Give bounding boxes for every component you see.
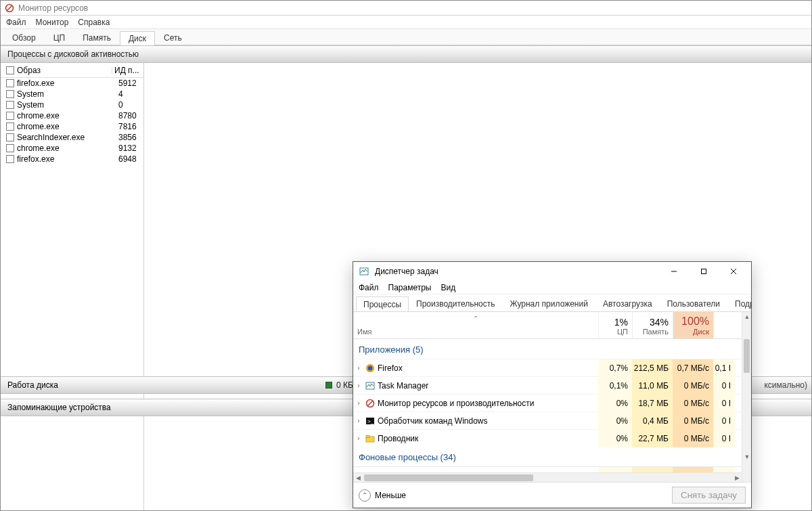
- cell-memory: 18,7 МБ: [632, 395, 673, 412]
- process-pid: 9132: [116, 143, 143, 153]
- process-row[interactable]: chrome.exe9132: [1, 143, 143, 154]
- tm-tab[interactable]: Пользователи: [660, 296, 727, 311]
- tab-cpu[interactable]: ЦП: [45, 30, 74, 45]
- group-background[interactable]: Фоновые процессы (34): [353, 447, 742, 466]
- cell-network: 0 І: [713, 395, 735, 412]
- select-all-checkbox[interactable]: [6, 66, 14, 74]
- col-network[interactable]: [713, 312, 735, 338]
- row-checkbox[interactable]: [6, 133, 14, 141]
- app-icon: >_: [364, 416, 376, 426]
- process-pid: 7816: [116, 122, 143, 131]
- tm-menu-options[interactable]: Параметры: [388, 283, 432, 292]
- rm-titlebar[interactable]: Монитор ресурсов: [1, 1, 811, 16]
- app-row[interactable]: ›Firefox0,7%212,5 МБ0,7 МБ/с0,1 І: [353, 359, 742, 376]
- tm-menu-view[interactable]: Вид: [441, 283, 455, 292]
- disk-activity-title: Работа диска: [7, 380, 58, 390]
- col-memory[interactable]: 34% Память: [632, 312, 673, 338]
- process-row[interactable]: System4: [1, 89, 143, 99]
- process-rows: firefox.exe5912System4System0chrome.exe8…: [1, 78, 143, 510]
- expand-chevron-icon[interactable]: ›: [353, 417, 364, 424]
- row-checkbox[interactable]: [6, 123, 14, 131]
- rm-title: Монитор ресурсов: [18, 3, 88, 13]
- end-task-button[interactable]: Снять задачу: [672, 487, 746, 504]
- tm-column-headers[interactable]: ⌃ Имя 1% ЦП 34% Память 100% Диск: [353, 312, 742, 339]
- row-checkbox[interactable]: [6, 90, 14, 98]
- process-row[interactable]: System0: [1, 99, 143, 110]
- svg-point-8: [368, 365, 372, 370]
- tm-tab[interactable]: Подробности: [727, 296, 751, 311]
- close-button[interactable]: [719, 262, 748, 281]
- tab-disk[interactable]: Диск: [120, 31, 155, 45]
- svg-rect-15: [366, 435, 369, 437]
- row-checkbox[interactable]: [6, 101, 14, 109]
- menu-monitor[interactable]: Монитор: [36, 16, 69, 29]
- col-disk[interactable]: 100% Диск: [673, 312, 713, 338]
- minimize-button[interactable]: [659, 262, 689, 281]
- expand-chevron-icon[interactable]: ›: [353, 399, 364, 407]
- horizontal-scrollbar[interactable]: ◀ ▶: [353, 472, 742, 482]
- task-manager-window[interactable]: Диспетчер задач Файл Параметры Вид Проце…: [353, 261, 752, 508]
- process-columns-header[interactable]: Образ ИД п...: [1, 63, 143, 78]
- storage-title: Запоминающие устройства: [7, 403, 111, 412]
- tm-menu-file[interactable]: Файл: [359, 283, 379, 292]
- col-cpu[interactable]: 1% ЦП: [598, 312, 632, 338]
- col-pid[interactable]: ИД п...: [114, 66, 139, 75]
- scroll-thumb[interactable]: [744, 339, 750, 373]
- cell-cpu: 0,7%: [598, 359, 632, 377]
- cell-disk: 0 МБ/с: [673, 395, 713, 412]
- process-row[interactable]: firefox.exe5912: [1, 78, 143, 89]
- scroll-up-icon[interactable]: ▲: [742, 312, 751, 321]
- process-name: System: [17, 89, 116, 99]
- menu-help[interactable]: Справка: [78, 16, 110, 29]
- tm-tab[interactable]: Процессы: [356, 296, 409, 312]
- scroll-down-icon[interactable]: ▼: [742, 452, 751, 462]
- tab-network[interactable]: Сеть: [155, 30, 191, 45]
- tm-process-grid: ⌃ Имя 1% ЦП 34% Память 100% Диск Приложе…: [353, 312, 751, 482]
- hscroll-left-icon[interactable]: ◀: [353, 473, 363, 483]
- row-checkbox[interactable]: [6, 144, 14, 152]
- expand-chevron-icon[interactable]: ›: [353, 382, 364, 389]
- app-name: Монитор ресурсов и производительности: [376, 399, 598, 408]
- col-image[interactable]: Образ: [17, 66, 41, 75]
- cell-network: 0,1 І: [713, 359, 735, 377]
- hscroll-right-icon[interactable]: ▶: [732, 473, 742, 483]
- group-applications[interactable]: Приложения (5): [353, 339, 742, 359]
- process-row[interactable]: chrome.exe8780: [1, 110, 143, 121]
- cell-network: 0 І: [713, 430, 735, 447]
- maximize-button[interactable]: [689, 262, 719, 281]
- disk-activity-led-icon: [325, 382, 332, 388]
- row-checkbox[interactable]: [6, 79, 14, 87]
- vertical-scrollbar[interactable]: ▲ ▼: [742, 312, 751, 482]
- process-row[interactable]: SearchIndexer.exe3856: [1, 132, 143, 143]
- process-list-panel: Образ ИД п... firefox.exe5912System4Syst…: [1, 63, 144, 510]
- cell-disk: 0 МБ/с: [673, 430, 713, 447]
- cell-memory: 22,7 МБ: [632, 430, 673, 447]
- tab-overview[interactable]: Обзор: [3, 30, 45, 45]
- process-row[interactable]: chrome.exe7816: [1, 121, 143, 132]
- hscroll-thumb[interactable]: [364, 474, 533, 481]
- app-row[interactable]: ›Проводник0%22,7 МБ0 МБ/с0 І: [353, 429, 742, 447]
- tm-titlebar[interactable]: Диспетчер задач: [353, 262, 751, 281]
- cell-memory: 0,4 МБ: [632, 412, 673, 430]
- tab-memory[interactable]: Память: [74, 30, 120, 45]
- section-processes-header[interactable]: Процессы с дисковой активностью: [1, 45, 811, 63]
- row-checkbox[interactable]: [6, 112, 14, 120]
- app-row[interactable]: ›>_Обработчик команд Windows0%0,4 МБ0 МБ…: [353, 412, 742, 429]
- app-row[interactable]: ›Монитор ресурсов и производительности0%…: [353, 394, 742, 412]
- fewer-details-button[interactable]: ⌃ Меньше: [359, 489, 406, 502]
- col-name[interactable]: ⌃ Имя: [353, 312, 598, 338]
- process-row[interactable]: firefox.exe6948: [1, 154, 143, 164]
- row-checkbox[interactable]: [6, 155, 14, 163]
- app-row[interactable]: ›Task Manager0,1%11,0 МБ0 МБ/с0 І: [353, 376, 742, 394]
- expand-chevron-icon[interactable]: ›: [353, 364, 364, 372]
- tm-tab[interactable]: Производительность: [409, 296, 502, 311]
- disk-right-truncated: ксимально): [764, 380, 807, 390]
- chevron-up-icon: ⌃: [359, 489, 371, 502]
- menu-file[interactable]: Файл: [6, 16, 26, 29]
- svg-rect-4: [702, 269, 706, 274]
- process-pid: 6948: [116, 154, 143, 164]
- app-icon: [364, 434, 376, 443]
- expand-chevron-icon[interactable]: ›: [353, 435, 364, 442]
- tm-tab[interactable]: Автозагрузка: [595, 296, 660, 311]
- tm-tab[interactable]: Журнал приложений: [503, 296, 595, 311]
